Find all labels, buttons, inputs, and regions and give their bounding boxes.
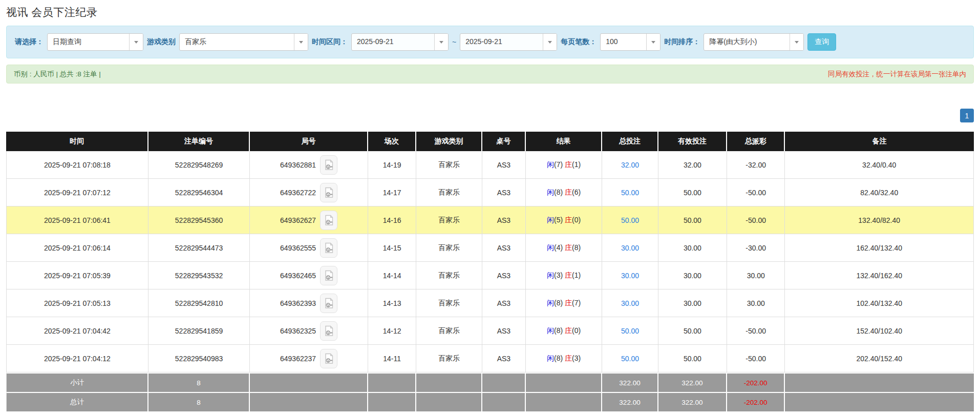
cell-bet-id: 522829543532	[148, 262, 250, 289]
cell-session: 14-14	[368, 262, 417, 289]
cell-table-no: AS3	[482, 262, 526, 289]
summary-cell	[250, 372, 368, 392]
cell-bet-id: 522829545360	[148, 206, 250, 234]
header-table-no: 桌号	[482, 132, 526, 151]
total-bet-link[interactable]: 50.00	[621, 355, 639, 363]
player-count: (8)	[554, 188, 563, 196]
game-type-select[interactable]: 百家乐	[179, 33, 308, 51]
header-result: 结果	[526, 132, 602, 151]
video-replay-icon	[324, 159, 334, 171]
cell-game-type: 百家乐	[416, 179, 482, 206]
cell-bet-id: 522829544473	[148, 234, 250, 262]
summary-cell	[526, 392, 602, 411]
same-round-note: 同局有效投注，统一计算在该局第一张注单内	[828, 70, 966, 79]
cell-payout: 30.00	[727, 262, 785, 289]
cell-valid-bet: 50.00	[658, 317, 727, 345]
player-result: 闲	[547, 160, 554, 169]
cell-result: 闲(8) 庄(6)	[526, 179, 602, 206]
cell-round-id: 649362465	[250, 262, 368, 289]
video-replay-icon	[324, 325, 334, 337]
video-replay-button[interactable]	[320, 211, 337, 230]
video-replay-button[interactable]	[320, 349, 337, 368]
round-id-text: 649362881	[280, 161, 316, 169]
cell-note: 202.40/152.40	[785, 345, 974, 372]
player-result: 闲	[547, 354, 554, 362]
total-bet-link[interactable]: 30.00	[621, 244, 639, 252]
cell-game-type: 百家乐	[416, 206, 482, 234]
date-from-arrow-button[interactable]	[434, 34, 448, 50]
summary-cell	[482, 372, 526, 392]
cell-valid-bet: 30.00	[658, 289, 727, 317]
total-bet-link[interactable]: 30.00	[621, 272, 639, 280]
cell-payout: -50.00	[727, 206, 785, 234]
player-result: 闲	[547, 299, 554, 307]
video-replay-button[interactable]	[320, 321, 337, 341]
search-button[interactable]: 查询	[807, 33, 836, 51]
total-bet-link[interactable]: 50.00	[621, 216, 639, 224]
video-replay-button[interactable]	[320, 266, 337, 285]
page-size-select[interactable]: 100	[600, 33, 661, 51]
video-replay-button[interactable]	[320, 183, 337, 202]
cell-game-type: 百家乐	[416, 151, 482, 179]
table-row: 2025-09-21 07:08:18522829548269649362881…	[6, 151, 974, 179]
caret-down-icon	[439, 41, 443, 44]
header-note: 备注	[785, 132, 974, 151]
total-bet-link[interactable]: 50.00	[621, 189, 639, 197]
sort-arrow-button[interactable]	[790, 34, 803, 50]
header-time: 时间	[6, 132, 148, 151]
summary-label: 小计	[6, 372, 148, 392]
filter-panel: 请选择： 日期查询 游戏类别 百家乐 时间区间： 2025-09-21 ~ 20…	[6, 26, 974, 58]
query-type-select[interactable]: 日期查询	[47, 33, 143, 51]
caret-down-icon	[795, 41, 799, 44]
date-to-arrow-button[interactable]	[543, 34, 557, 50]
cell-round-id: 649362722	[250, 179, 368, 206]
summary-cell: 322.00	[602, 372, 658, 392]
query-type-arrow-button[interactable]	[129, 34, 143, 50]
cell-session: 14-16	[368, 206, 417, 234]
cell-table-no: AS3	[482, 289, 526, 317]
game-type-arrow-button[interactable]	[294, 34, 308, 50]
page-title: 视讯 会员下注纪录	[6, 5, 974, 19]
total-bet-link[interactable]: 32.00	[621, 161, 639, 169]
player-count: (7)	[554, 160, 563, 169]
cell-table-no: AS3	[482, 317, 526, 345]
cell-note: 82.40/32.40	[785, 179, 974, 206]
player-count: (8)	[554, 354, 563, 362]
caret-down-icon	[299, 41, 303, 44]
cell-valid-bet: 50.00	[658, 206, 727, 234]
sort-select[interactable]: 降幂(由大到小)	[704, 33, 804, 51]
page-1-button[interactable]: 1	[960, 109, 974, 122]
cell-result: 闲(8) 庄(0)	[526, 317, 602, 345]
page: 视讯 会员下注纪录 请选择： 日期查询 游戏类别 百家乐 时间区间： 2025-…	[0, 0, 980, 411]
date-to-input[interactable]: 2025-09-21	[460, 33, 557, 51]
cell-table-no: AS3	[482, 234, 526, 262]
summary-cell: 8	[148, 372, 250, 392]
banker-result: 庄	[565, 271, 572, 279]
date-from-input[interactable]: 2025-09-21	[351, 33, 449, 51]
cell-time: 2025-09-21 07:04:12	[6, 345, 148, 372]
cell-session: 14-11	[368, 345, 417, 372]
player-count: (8)	[554, 299, 563, 307]
cell-time: 2025-09-21 07:05:39	[6, 262, 148, 289]
video-replay-button[interactable]	[320, 155, 337, 175]
cell-payout: -50.00	[727, 179, 785, 206]
page-size-arrow-button[interactable]	[646, 34, 660, 50]
video-replay-button[interactable]	[320, 238, 337, 258]
cell-bet-id: 522829540983	[148, 345, 250, 372]
pagination: 1	[6, 109, 974, 122]
total-bet-link[interactable]: 30.00	[621, 299, 639, 307]
cell-payout: 30.00	[727, 289, 785, 317]
cell-time: 2025-09-21 07:04:42	[6, 317, 148, 345]
video-replay-button[interactable]	[320, 294, 337, 313]
cell-time: 2025-09-21 07:06:14	[6, 234, 148, 262]
cell-session: 14-17	[368, 179, 417, 206]
player-count: (3)	[554, 271, 563, 279]
summary-cell	[785, 392, 974, 411]
header-game-type: 游戏类别	[416, 132, 482, 151]
cell-time: 2025-09-21 07:05:13	[6, 289, 148, 317]
total-bet-link[interactable]: 50.00	[621, 327, 639, 335]
cell-round-id: 649362555	[250, 234, 368, 262]
summary-cell	[416, 392, 482, 411]
cell-game-type: 百家乐	[416, 234, 482, 262]
cell-game-type: 百家乐	[416, 289, 482, 317]
